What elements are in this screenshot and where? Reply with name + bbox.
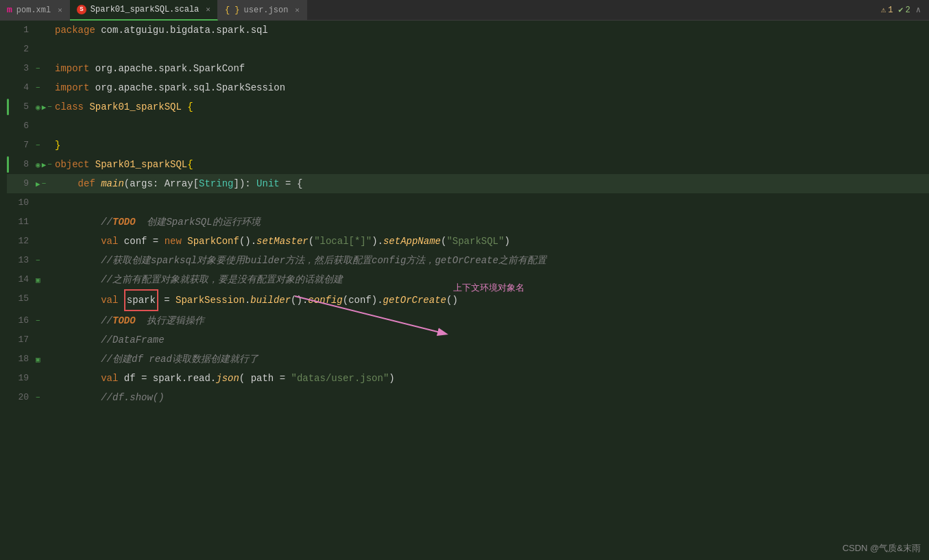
- line-row-1: 1 package com.atguigu.bigdata.spark.sql: [7, 21, 929, 40]
- line-gutter-18: ▣: [34, 350, 55, 369]
- fold-icon-5[interactable]: ◉: [36, 103, 40, 112]
- fold-icon-16[interactable]: −: [36, 317, 40, 325]
- fold-icon-5b[interactable]: −: [47, 103, 52, 111]
- fold-icon-14[interactable]: ▣: [36, 276, 40, 284]
- todo-11: TODO: [112, 212, 141, 232]
- csdn-watermark: CSDN @气质&末雨: [843, 542, 921, 555]
- import-path-3: org.apache.spark.SparkConf: [95, 59, 245, 78]
- code-line-15[interactable]: val spark = SparkSession.builder().confi…: [55, 289, 458, 311]
- code-content[interactable]: 1 package com.atguigu.bigdata.spark.sql …: [0, 21, 929, 560]
- tab-warnings: ⚠ 1 ✔ 2 ∧: [881, 5, 929, 15]
- tab-pom[interactable]: m pom.xml ✕: [0, 0, 70, 21]
- line-row-16: 16 − //TODO 执行逻辑操作: [7, 311, 929, 330]
- tab-pom-label: pom.xml: [16, 5, 51, 15]
- pom-icon: m: [7, 5, 12, 15]
- dot-15: .: [245, 291, 250, 310]
- indent-19: [55, 369, 101, 388]
- line-num-17: 17: [7, 330, 34, 350]
- code-line-4[interactable]: import org.apache.spark.sql.SparkSession: [55, 78, 285, 97]
- run-icon-5[interactable]: ▶: [42, 103, 47, 112]
- indent-20: [55, 388, 101, 407]
- type-string: String: [199, 174, 233, 193]
- line-num-11: 11: [7, 212, 34, 232]
- code-line-14[interactable]: //之前有配置对象就获取，要是没有配置对象的话就创建: [55, 270, 343, 289]
- line-row-2: 2: [7, 40, 929, 59]
- comment-13: //获取创建sparksql对象要使用builder方法，然后获取配置confi…: [101, 251, 546, 270]
- code-line-11[interactable]: //TODO 创建SparkSQL的运行环境: [55, 212, 261, 232]
- line-row-8: 8 ◉ ▶ − object Spark01_sparkSQL{: [7, 155, 929, 174]
- code-line-5[interactable]: class Spark01_sparkSQL {: [55, 97, 193, 117]
- spark-variable-highlight: spark: [124, 289, 158, 311]
- line-num-20: 20: [7, 388, 34, 407]
- warning-count: 1: [888, 5, 893, 15]
- tab-spark01-label: Spark01_sparkSQL.scala: [91, 5, 199, 14]
- json-icon: { }: [225, 5, 240, 15]
- str-path: "datas/user.json": [291, 369, 389, 388]
- method-setappname: setAppName: [383, 232, 441, 251]
- tab-bar: m pom.xml ✕ S Spark01_sparkSQL.scala ✕ {…: [0, 0, 929, 21]
- line-gutter-2: [34, 40, 55, 59]
- line-gutter-4: −: [34, 78, 55, 97]
- code-line-9[interactable]: def main(args: Array[String]): Unit = {: [55, 174, 302, 193]
- code-line-20[interactable]: //df.show(): [55, 388, 165, 407]
- fold-icon-8b[interactable]: −: [47, 160, 52, 169]
- paren-12b: (: [441, 232, 446, 251]
- code-line-19[interactable]: val df = spark.read.json( path = "datas/…: [55, 369, 395, 388]
- tab-spark01-close[interactable]: ✕: [206, 5, 210, 14]
- tab-spark01[interactable]: S Spark01_sparkSQL.scala ✕: [70, 0, 218, 21]
- line-num-13: 13: [7, 251, 34, 270]
- chevron-up-icon[interactable]: ∧: [916, 5, 921, 15]
- code-line-3[interactable]: import org.apache.spark.SparkConf: [55, 59, 245, 78]
- code-line-13[interactable]: //获取创建sparksql对象要使用builder方法，然后获取配置confi…: [55, 251, 546, 270]
- line-row-4: 4 − import org.apache.spark.sql.SparkSes…: [7, 78, 929, 97]
- package-path: com.atguigu.bigdata.spark.sql: [101, 21, 268, 40]
- tab-user-close[interactable]: ✕: [295, 5, 300, 14]
- comment-17: //DataFrame: [101, 330, 164, 350]
- eq-9: = {: [280, 174, 303, 193]
- code-line-1[interactable]: package com.atguigu.bigdata.spark.sql: [55, 21, 268, 40]
- type-sparkconf: SparkConf: [187, 232, 239, 251]
- brace-5: {: [187, 97, 193, 117]
- line-row-12: 12 val conf = new SparkConf().setMaster(…: [7, 232, 929, 251]
- tab-user-label: user.json: [244, 5, 289, 15]
- fold-icon-13[interactable]: −: [36, 256, 40, 265]
- line-gutter-13: −: [34, 251, 55, 270]
- line-num-19: 19: [7, 369, 34, 388]
- kw-def: def: [78, 174, 101, 193]
- code-line-7[interactable]: }: [55, 136, 60, 155]
- line-num-7: 7: [7, 136, 34, 155]
- code-line-18[interactable]: //创建df read读取数据创建就行了: [55, 350, 258, 369]
- indent-15: [55, 291, 101, 310]
- run-icon-8[interactable]: ▶: [42, 160, 47, 169]
- code-line-12[interactable]: val conf = new SparkConf().setMaster("lo…: [55, 232, 510, 251]
- tab-user[interactable]: { } user.json ✕: [218, 0, 307, 21]
- line-row-3: 3 − import org.apache.spark.SparkConf: [7, 59, 929, 78]
- fold-icon-8[interactable]: ◉: [36, 160, 40, 169]
- fold-icon-9[interactable]: −: [42, 180, 47, 188]
- str-sparksql: "SparkSQL": [446, 232, 504, 251]
- chain-12: ().: [239, 232, 256, 251]
- tab-pom-close[interactable]: ✕: [58, 5, 62, 14]
- line-gutter-9: ▶ −: [34, 174, 55, 193]
- editor-area: 1 package com.atguigu.bigdata.spark.sql …: [0, 21, 929, 560]
- line-row-18: 18 ▣ //创建df read读取数据创建就行了: [7, 350, 929, 369]
- run-icon-9[interactable]: ▶: [36, 180, 40, 188]
- kw-package: package: [55, 21, 101, 40]
- kw-val-19: val: [101, 369, 124, 388]
- line-num-6: 6: [7, 117, 34, 136]
- kw-import-3: import: [55, 59, 95, 78]
- brace-8: {: [187, 155, 193, 174]
- fold-icon-20[interactable]: −: [36, 393, 40, 402]
- line-num-18: 18: [7, 350, 34, 369]
- fold-icon-7[interactable]: −: [36, 141, 40, 149]
- fold-icon-4[interactable]: −: [36, 84, 40, 92]
- code-line-17[interactable]: //DataFrame: [55, 330, 165, 350]
- line-gutter-12: [34, 232, 55, 251]
- fold-icon-18[interactable]: ▣: [36, 355, 40, 364]
- fold-icon-3[interactable]: −: [36, 64, 40, 73]
- line-gutter-14: ▣: [34, 270, 55, 289]
- code-line-16[interactable]: //TODO 执行逻辑操作: [55, 311, 204, 330]
- line-num-1: 1: [7, 21, 34, 40]
- code-line-8[interactable]: object Spark01_sparkSQL{: [55, 155, 193, 174]
- comment-18: //创建df read读取数据创建就行了: [101, 350, 258, 369]
